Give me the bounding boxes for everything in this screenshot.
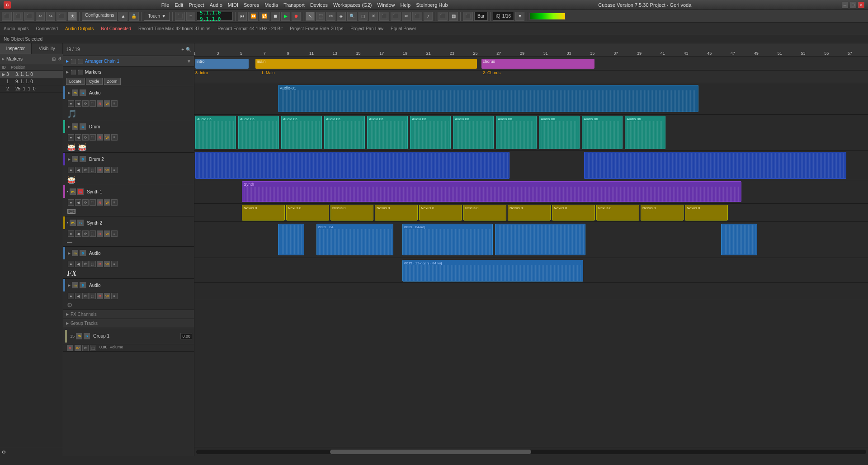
synth2-tc-1[interactable]: ● (68, 230, 74, 237)
drum2-tc-4[interactable]: ⬚ (90, 167, 96, 173)
synth2-tc-w[interactable]: W (104, 230, 110, 237)
arranger-block-main[interactable]: main (255, 59, 477, 69)
track-expand-drum[interactable]: ▶ (68, 125, 71, 129)
menu-midi[interactable]: MIDI (228, 2, 238, 8)
synth2-block-6[interactable]: Nexus 0 (508, 205, 551, 221)
toolbar-btn-2[interactable]: ⬛ (13, 12, 23, 21)
drum-block-10[interactable]: Audio 06 (625, 116, 665, 149)
transport-loop[interactable]: 🔁 (259, 12, 269, 21)
menu-project[interactable]: Project (189, 2, 204, 8)
mute-btn-group[interactable]: m (76, 333, 82, 339)
synth2-block-0[interactable]: Nexus 0 (242, 205, 285, 221)
bottom-scrollbar-bar[interactable] (194, 447, 868, 456)
arranger-block-intro[interactable]: intro (195, 59, 249, 69)
group-volume[interactable]: 0.00 (180, 333, 192, 339)
synth2-tc-2[interactable]: ◀ (75, 230, 81, 237)
tc-btn-3[interactable]: ⟳ (82, 100, 89, 107)
audio2-block-0[interactable] (278, 224, 304, 255)
tool-split[interactable]: ✂ (326, 12, 335, 21)
quantize-arrow[interactable]: ▼ (515, 12, 524, 21)
track-name-drum2[interactable]: Drum 2 (89, 157, 192, 162)
marker-row-3[interactable]: 2 25. 1. 1. 0 (0, 85, 63, 93)
marker-row-1[interactable]: ▶ 3 3. 1. 1. 0 (0, 71, 63, 78)
drum2-tc-2[interactable]: ◀ (75, 167, 81, 173)
track-name-synth1[interactable]: Synth 1 (87, 189, 192, 194)
synth2-block-8[interactable]: Nexus 0 (596, 205, 639, 221)
mute-btn-drum2[interactable]: m (72, 156, 78, 162)
touch-mode-dropdown[interactable]: Touch ▼ (144, 12, 170, 21)
drum2-tc-1[interactable]: ● (68, 167, 74, 173)
group-tc-w[interactable]: W (75, 345, 81, 351)
drum2-block-0[interactable] (195, 152, 509, 179)
toolbar-grid[interactable]: ▦ (449, 12, 458, 21)
synth2-tc-r[interactable]: R (97, 230, 103, 237)
toolbar-btn-3[interactable]: ⬛ (24, 12, 34, 21)
group-track-name[interactable]: Group 1 (93, 333, 179, 338)
mute-btn-synth2[interactable]: m (70, 220, 76, 226)
group-expand[interactable]: ▶ (66, 321, 69, 325)
synth2-tc-3[interactable]: ⟳ (82, 230, 89, 237)
add-track-btn[interactable]: + (181, 47, 184, 52)
synth1-block[interactable]: Synth (242, 181, 741, 202)
drum-block-4[interactable]: Audio 06 (367, 116, 408, 149)
menu-workspaces[interactable]: Workspaces (G2) (333, 2, 372, 8)
transport-stop[interactable]: ⏹ (271, 12, 280, 21)
tool-5[interactable]: ◻ (359, 12, 368, 21)
synth2-block-9[interactable]: Nexus 0 (641, 205, 684, 221)
track-name-audio1[interactable]: Audio (89, 90, 192, 95)
menu-media[interactable]: Media (264, 2, 278, 8)
audio2-block-4[interactable] (721, 224, 757, 255)
drum2-tc-r[interactable]: R (97, 167, 103, 173)
audio-inputs-info[interactable]: Audio Inputs (4, 26, 29, 31)
mute-btn-audio1[interactable]: m (72, 89, 78, 96)
audio2-block-3[interactable] (495, 224, 585, 255)
connected-info[interactable]: Connected (36, 26, 58, 31)
audio2-tc-2[interactable]: ◀ (75, 261, 81, 267)
menu-help[interactable]: Help (401, 2, 411, 8)
horizontal-scrollbar[interactable] (196, 450, 866, 454)
synth1-tc-4[interactable]: ⬚ (90, 199, 96, 206)
synth1-tc-3[interactable]: ⟳ (82, 199, 89, 206)
track-name-synth2[interactable]: Synth 2 (87, 221, 192, 225)
locate-btn[interactable]: Locate (66, 78, 85, 85)
tab-visibility[interactable]: Visibility (32, 43, 63, 54)
fx-expand[interactable]: ▶ (66, 312, 69, 316)
menu-audio[interactable]: Audio (210, 2, 222, 8)
toolbar-config-lock[interactable]: 🔒 (129, 12, 139, 21)
menu-steinberg[interactable]: Steinberg Hub (416, 2, 448, 8)
audio2-tc-4[interactable]: ⬚ (90, 261, 96, 267)
drum-tc-5[interactable]: ≡ (111, 134, 118, 141)
group-tc-3[interactable]: ⟳ (82, 345, 89, 351)
tc-btn-5[interactable]: ≡ (111, 100, 118, 107)
synth1-tc-2[interactable]: ◀ (75, 199, 81, 206)
not-connected-info[interactable]: Not Connected (101, 26, 131, 31)
toolbar-btn-redo[interactable]: ↪ (46, 12, 55, 21)
audio2-tc-3[interactable]: ⟳ (82, 261, 89, 267)
drum-tc-2[interactable]: ◀ (75, 134, 81, 141)
menu-edit[interactable]: Edit (175, 2, 183, 8)
toolbar-midi[interactable]: ≡ (186, 12, 195, 21)
tool-8[interactable]: ⬛ (391, 12, 401, 21)
drum-block-8[interactable]: Audio 06 (539, 116, 580, 149)
synth2-tc-5[interactable]: ≡ (111, 230, 118, 237)
toolbar-auto1[interactable]: ⬛ (463, 12, 473, 21)
drum2-tc-5[interactable]: ≡ (111, 167, 118, 173)
solo-btn-synth2[interactable]: S (77, 220, 84, 226)
scrollbar-thumb[interactable] (330, 450, 531, 454)
mute-btn-synth1[interactable]: m (70, 188, 76, 195)
audio2-block-1[interactable]: 6039 · 84 · (316, 224, 393, 255)
configurations-dropdown[interactable]: Configurations (82, 12, 117, 21)
synth2-block-5[interactable]: Nexus 0 (463, 205, 506, 221)
solo-btn-drum2[interactable]: S (80, 156, 86, 162)
close-button[interactable]: ✕ (858, 2, 864, 8)
drum-block-9[interactable]: Audio 06 (582, 116, 623, 149)
track-name-audio3[interactable]: Audio (89, 283, 192, 288)
drum-block-0[interactable]: Audio 06 (195, 116, 236, 149)
tool-10[interactable]: ⬛ (412, 12, 422, 21)
drum-block-2[interactable]: Audio 06 (281, 116, 322, 149)
drum-tc-4[interactable]: ⬚ (90, 134, 96, 141)
arranger-btn[interactable]: ▼ (187, 59, 191, 64)
toolbar-btn-1[interactable]: ⬛ (2, 12, 12, 21)
mute-btn-audio2[interactable]: m (72, 250, 78, 256)
menu-window[interactable]: Window (377, 2, 395, 8)
